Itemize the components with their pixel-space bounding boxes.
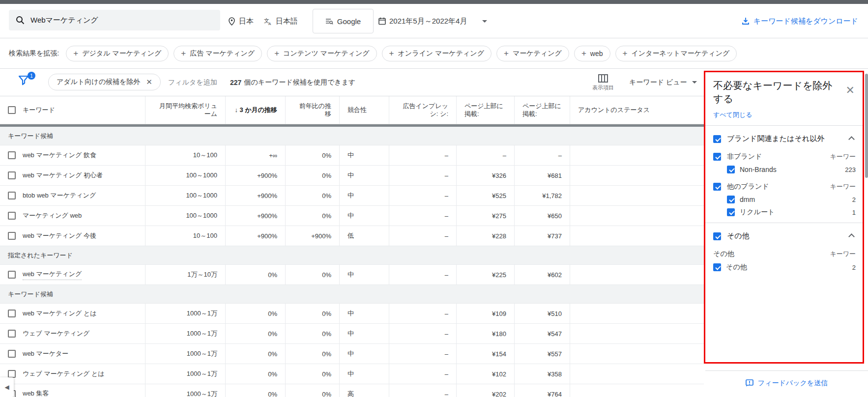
expand-chip-4[interactable]: +マーケティング [496, 46, 569, 61]
plus-icon: + [389, 49, 394, 57]
table-header-row: キーワード月間平均検索ボリューム↓ 3 か月の推移前年比の推移競合性広告インプレ… [0, 96, 704, 124]
volume-cell: 10～100 [145, 145, 226, 165]
columns-button[interactable]: 表示項目 [588, 71, 618, 94]
item-checkbox[interactable] [727, 208, 735, 216]
select-all-checkbox[interactable] [8, 106, 16, 114]
table-row[interactable]: ウェブ マーケティング1000～1万0%0%中–¥180¥547 [0, 324, 704, 344]
chevron-up-icon [848, 136, 855, 142]
panel-subgroup-header: 非ブランドキーワー [713, 152, 856, 161]
subgroup-checkbox[interactable] [713, 183, 721, 191]
network-selector[interactable]: Google [313, 9, 374, 33]
remove-filter-icon[interactable]: ✕ [146, 78, 152, 86]
active-filter-chip[interactable]: アダルト向けの候補を除外 ✕ [48, 74, 161, 90]
translate-icon: 文A [264, 17, 272, 26]
account-status-cell [570, 304, 704, 323]
send-feedback-button[interactable]: フィードバックを送信 [705, 379, 868, 388]
panel-item[interactable]: Non-Brands223 [727, 166, 856, 173]
column-header-5[interactable]: 広告インプレッシ: シ: [389, 96, 457, 124]
download-keywords-button[interactable]: キーワード候補をダウンロード [742, 4, 858, 38]
close-icon[interactable]: ✕ [846, 85, 855, 96]
trend-3m-cell: +900% [226, 166, 286, 185]
trend-3m-cell: +900% [226, 206, 286, 226]
collapse-all-link[interactable]: すべて閉じる [713, 111, 752, 119]
chip-label: コンテンツ マーケティング [283, 49, 370, 58]
location-selector[interactable]: 日本 [228, 4, 254, 38]
trend-3m-cell: +900% [226, 186, 286, 205]
panel-group-header[interactable]: ブランド関連またはそれ以外 [713, 134, 856, 143]
chevron-up-icon[interactable] [849, 232, 854, 240]
row-checkbox[interactable] [8, 350, 16, 358]
keyword-label: web マーケティング 飲食 [23, 151, 96, 160]
keyword-search-box[interactable] [9, 10, 220, 30]
keyword-cell: web マーケティング 初心者 [0, 166, 145, 185]
column-header-4[interactable]: 競合性 [340, 96, 389, 124]
panel-item[interactable]: リクルート1 [727, 208, 856, 217]
table-row[interactable]: web マーケティング とは1000～1万0%0%中–¥109¥510 [0, 304, 704, 324]
group-checkbox[interactable] [713, 135, 721, 143]
panel-groups: ブランド関連またはそれ以外非ブランドキーワーNon-Brands223他のブラン… [713, 134, 856, 272]
impression-share-cell: – [389, 344, 457, 364]
group-checkbox[interactable] [713, 232, 721, 240]
row-checkbox[interactable] [8, 271, 16, 279]
table-row[interactable]: btob web マーケティング100～1000+900%0%中–¥525¥1,… [0, 186, 704, 206]
top-bid-high-cell: ¥602 [515, 265, 570, 284]
language-selector[interactable]: 文A 日本語 [264, 4, 298, 38]
row-checkbox[interactable] [8, 310, 16, 317]
table-row[interactable]: web 集客1000～1万0%0%高–¥202¥764 [0, 384, 704, 397]
expand-chip-0[interactable]: +デジタル マーケティング [66, 46, 169, 61]
row-checkbox[interactable] [8, 232, 16, 240]
trend-3m-cell: 0% [226, 364, 286, 384]
row-checkbox[interactable] [8, 171, 16, 179]
subgroup-checkbox[interactable] [713, 153, 721, 161]
keyword-label: web マーケター [23, 349, 68, 358]
trend-yoy-cell: 0% [286, 324, 340, 343]
chevron-up-icon[interactable] [849, 135, 854, 143]
keyword-label: web マーケティング 今後 [23, 231, 96, 240]
filter-bar: 1 アダルト向けの候補を除外 ✕ フィルタを追加 227 個のキーワード候補を使… [0, 69, 704, 96]
row-checkbox[interactable] [8, 151, 16, 159]
trend-yoy-cell: 0% [286, 186, 340, 205]
expand-chip-6[interactable]: +インターネットマーケティング [615, 46, 737, 61]
expand-chip-3[interactable]: +オンライン マーケティング [382, 46, 492, 61]
row-checkbox[interactable] [8, 192, 16, 199]
keyword-view-dropdown[interactable]: キーワード ビュー [629, 69, 697, 96]
table-row[interactable]: web マーケティング 初心者100～1000+900%0%中–¥326¥681 [0, 166, 704, 186]
divider [705, 223, 863, 223]
table-row[interactable]: web マーケター1000～1万0%0%中–¥154¥557 [0, 344, 704, 364]
panel-item[interactable]: その他2 [713, 263, 856, 272]
add-filter-button[interactable]: フィルタを追加 [168, 69, 217, 96]
panel-subgroup-header: その他キーワー [713, 250, 856, 258]
column-header-3[interactable]: 前年比の推移 [286, 96, 340, 124]
column-header-7[interactable]: ページ上部に掲載: [515, 96, 570, 124]
panel-group-header[interactable]: その他 [713, 231, 856, 241]
filter-funnel-button[interactable]: 1 [18, 74, 34, 90]
date-range-selector[interactable]: 2021年5月～2022年4月 [378, 4, 487, 38]
item-checkbox[interactable] [713, 263, 721, 271]
expand-chip-2[interactable]: +コンテンツ マーケティング [267, 46, 376, 61]
column-header-6[interactable]: ページ上部に掲載: [457, 96, 515, 124]
account-status-cell [570, 384, 704, 397]
table-row[interactable]: web マーケティング 今後10～100+900%+900%低–¥228¥737 [0, 226, 704, 246]
expand-chip-5[interactable]: +web [574, 46, 610, 61]
column-header-8[interactable]: アカウントのステータス [570, 96, 704, 124]
column-header-1[interactable]: 月間平均検索ボリューム [145, 96, 226, 124]
item-checkbox[interactable] [727, 166, 735, 173]
top-bid-low-cell: ¥228 [457, 226, 515, 246]
row-checkbox[interactable] [8, 370, 16, 378]
table-row[interactable]: マーケティング web100～1000+900%0%中–¥275¥650 [0, 206, 704, 226]
expand-chip-1[interactable]: +広告 マーケティング [174, 46, 262, 61]
table-row[interactable]: web マーケティング1万～10万0%0%中–¥225¥602 [0, 265, 704, 285]
volume-cell: 1万～10万 [145, 265, 226, 284]
item-checkbox[interactable] [727, 196, 735, 203]
column-header-0[interactable]: キーワード [0, 96, 145, 124]
collapse-sidebar-button[interactable]: ◀ [0, 377, 14, 397]
vertical-scrollbar[interactable] [865, 74, 868, 178]
table-row[interactable]: ウェブ マーケティング とは1000～1万0%0%中–¥102¥358 [0, 364, 704, 384]
row-checkbox[interactable] [8, 212, 16, 220]
panel-item[interactable]: dmm2 [727, 196, 856, 203]
column-header-2[interactable]: ↓ 3 か月の推移 [226, 96, 286, 124]
search-input[interactable] [30, 16, 213, 25]
table-row[interactable]: web マーケティング 飲食10～100+∞0%中––– [0, 145, 704, 166]
row-checkbox[interactable] [8, 330, 16, 338]
impression-share-cell: – [389, 384, 457, 397]
